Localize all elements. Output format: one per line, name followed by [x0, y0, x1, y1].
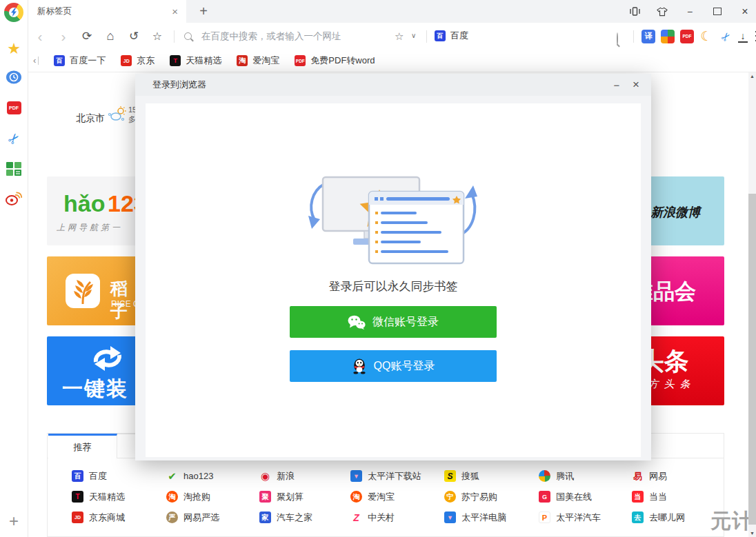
screenshot-scissors-icon[interactable]: ✂	[716, 26, 735, 45]
site-favicon: P	[539, 511, 550, 523]
quicklink[interactable]: 严网易严选	[166, 511, 219, 523]
quicklink[interactable]: JD京东商城	[72, 511, 125, 523]
search-engine-button[interactable]: 百 百度	[435, 28, 468, 43]
night-mode-moon-icon[interactable]: ☾	[699, 30, 713, 43]
site-favicon: 易	[632, 470, 644, 482]
reload-button[interactable]: ⟳	[80, 29, 94, 43]
maximize-glyph	[713, 8, 722, 15]
quicklink[interactable]: G国美在线	[539, 491, 601, 503]
bookmark-item[interactable]: T 天猫精选	[170, 54, 221, 67]
quicklink[interactable]: P太平洋汽车	[539, 511, 601, 523]
site-tile-onekey-install[interactable]: 一键装	[47, 336, 143, 405]
browser-tab[interactable]: 新标签页 ×	[28, 0, 186, 23]
weibo-icon[interactable]	[0, 192, 28, 205]
quicklink[interactable]: 易网易	[632, 470, 685, 482]
bookmark-item[interactable]: PDF 免费PDF转word	[295, 54, 375, 67]
quicklink[interactable]: 淘淘抢购	[166, 491, 219, 503]
screenshot-scissors-icon[interactable]: ✂	[0, 123, 29, 154]
bookmark-item[interactable]: JD 京东	[121, 54, 155, 67]
pdf-tool-icon[interactable]: PDF	[0, 101, 28, 114]
back-button[interactable]: ‹	[33, 28, 47, 45]
search-engine-label: 百度	[450, 30, 468, 42]
bookmark-label: 京东	[137, 54, 155, 67]
site-favicon: ▼	[444, 511, 456, 523]
weather-city[interactable]: 北京市	[76, 112, 105, 125]
quicklink[interactable]: 去去哪儿网	[632, 511, 685, 523]
collapse-bookmarks-icon[interactable]: ‹	[33, 57, 39, 65]
download-icon[interactable]: ↓	[738, 30, 748, 43]
favorite-star-icon[interactable]: ☆	[395, 30, 404, 43]
mini-mode-icon[interactable]	[629, 6, 640, 17]
tab-title: 新标签页	[37, 6, 169, 17]
site-tile-hao123[interactable]: hǎo 123 上网导航第一	[47, 176, 143, 245]
baidu-icon: 百	[435, 30, 446, 41]
site-favicon: 百	[72, 470, 83, 482]
dialog-caption: 登录后可以永久同步书签	[146, 278, 641, 294]
quicklink[interactable]: 宁苏宁易购	[444, 491, 506, 503]
quicklink-label: 聚划算	[277, 491, 304, 503]
quicklink[interactable]: T天猫精选	[72, 491, 125, 503]
maximize-button[interactable]	[712, 6, 723, 17]
quicklink[interactable]: 淘爱淘宝	[350, 491, 421, 503]
wechat-icon	[348, 315, 366, 330]
quicklink-label: 当当	[649, 491, 667, 503]
browser-logo-icon	[4, 3, 23, 22]
undo-restore-button[interactable]: ↺	[127, 29, 141, 43]
pdf-extension-icon[interactable]: PDF	[680, 30, 694, 43]
quicklink[interactable]: ▼太平洋电脑	[444, 511, 506, 523]
chevron-down-icon[interactable]: ∨	[411, 32, 416, 39]
dialog-titlebar[interactable]: 登录到浏览器 − ×	[135, 74, 651, 96]
quicklink[interactable]: ▼太平洋下载站	[350, 470, 421, 482]
minimize-button[interactable]: −	[684, 6, 695, 17]
quicklink-label: 淘抢购	[183, 491, 210, 503]
address-input[interactable]: 在百度中搜索，或者输入一个网址	[201, 30, 341, 43]
window-controls: − ×	[629, 0, 750, 23]
favorites-star-icon[interactable]: ★	[0, 40, 28, 58]
qq-login-button[interactable]: QQ账号登录	[290, 350, 497, 382]
quicklink[interactable]: 百百度	[72, 470, 125, 482]
quicklink[interactable]: 家汽车之家	[259, 511, 312, 523]
scrollbar-thumb[interactable]	[748, 194, 756, 525]
site-favicon: 淘	[350, 491, 362, 503]
quicklink[interactable]: 当当当	[632, 491, 685, 503]
tab-close-icon[interactable]: ×	[169, 6, 181, 17]
close-button[interactable]: ×	[739, 6, 750, 17]
browser-logo[interactable]	[0, 3, 28, 22]
skin-theme-icon[interactable]	[657, 6, 668, 17]
tiles-grid-extension-icon[interactable]	[661, 30, 675, 43]
bookmark-page-star[interactable]: ☆	[150, 30, 164, 43]
scroll-up-arrow[interactable]: ▲	[748, 74, 756, 79]
home-button[interactable]: ⌂	[103, 29, 117, 43]
apps-grid-icon[interactable]	[0, 162, 28, 176]
search-in-page-icon[interactable]	[617, 32, 618, 45]
scroll-down-arrow[interactable]: ▼	[748, 531, 756, 536]
tab-recommended[interactable]: 推荐	[48, 434, 117, 458]
history-clock-icon[interactable]	[0, 70, 28, 84]
wheat-logo-icon	[65, 273, 101, 309]
search-icon	[184, 32, 192, 40]
pdf-badge: PDF	[7, 101, 21, 114]
site-tile-rice-office[interactable]: 稻子办 RICE O	[47, 256, 143, 325]
quicklink[interactable]: S搜狐	[444, 470, 506, 482]
quicklink[interactable]: 腾讯	[539, 470, 601, 482]
quicklink[interactable]: 聚聚划算	[259, 491, 312, 503]
dialog-minimize-button[interactable]: −	[607, 79, 626, 91]
clock-glyph	[6, 70, 21, 84]
quicklink[interactable]: ◉新浪	[259, 470, 312, 482]
baidu-favicon: 百	[54, 55, 65, 66]
translate-extension-icon[interactable]: 译	[641, 30, 655, 43]
new-tab-button[interactable]: +	[193, 1, 214, 21]
quicklink[interactable]: Z中关村	[350, 511, 421, 523]
wechat-login-button[interactable]: 微信账号登录	[290, 306, 497, 338]
bookmark-item[interactable]: 淘 爱淘宝	[237, 54, 279, 67]
dialog-close-button[interactable]: ×	[626, 78, 646, 92]
forward-button[interactable]: ›	[57, 28, 70, 45]
sidebar-add-button[interactable]: +	[0, 511, 28, 531]
quicklink[interactable]: ✔hao123	[166, 470, 219, 482]
main-menu-icon[interactable]	[753, 30, 756, 43]
quicklink-label: 网易	[649, 470, 667, 483]
bookmark-item[interactable]: 百 百度一下	[54, 54, 106, 67]
partly-cloudy-glyph	[107, 105, 128, 124]
page-scrollbar[interactable]: ▲ ▼	[748, 72, 756, 537]
site-favicon: 去	[632, 511, 644, 523]
